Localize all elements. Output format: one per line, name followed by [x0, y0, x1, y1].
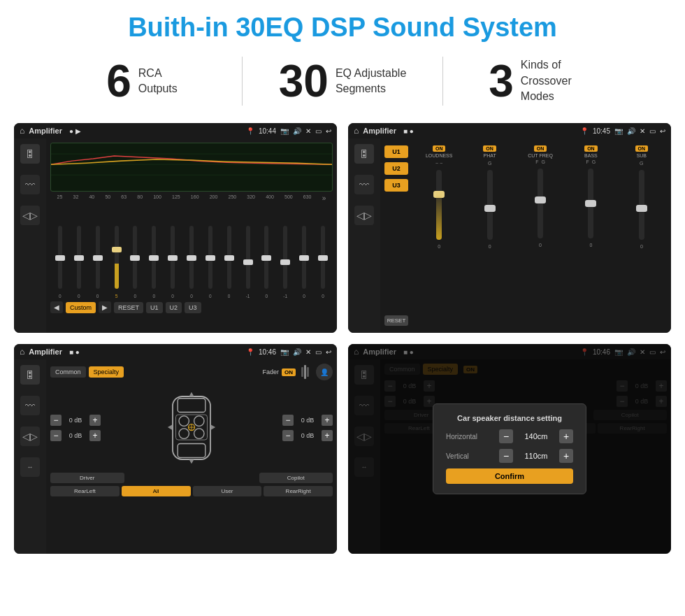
amp-back-icon[interactable]: ↩ [660, 127, 665, 135]
amp-cutfreq-on[interactable]: ON [534, 145, 547, 152]
confirm-button[interactable]: Confirm [446, 468, 573, 484]
speaker-sidebar-4ch-icon[interactable]: ↔ [20, 457, 40, 477]
eq-u3-button[interactable]: U3 [185, 302, 201, 313]
dialog-vertical-minus[interactable]: − [499, 449, 513, 463]
eq-u1-button[interactable]: U1 [146, 302, 163, 313]
speaker-db2-minus[interactable]: − [50, 430, 62, 441]
eq-slider-7[interactable] [164, 226, 181, 289]
dialog-vertical-label: Vertical [446, 452, 495, 460]
amp-bass-slider[interactable] [588, 169, 593, 238]
speaker-user-btn[interactable]: User [193, 486, 262, 496]
eq-screen-title: Amplifier [29, 127, 62, 135]
eq-slider-9[interactable] [202, 226, 219, 289]
speaker-home-icon[interactable]: ⌂ [20, 347, 24, 357]
amp-screen: ⌂ Amplifier ■ ● 📍 10:45 📷 🔊 ✕ ▭ ↩ 🎛 〰 ◁▷… [348, 123, 671, 333]
speaker-db3-plus[interactable]: + [322, 415, 333, 426]
amp-home-icon[interactable]: ⌂ [354, 126, 359, 136]
speaker-db1-plus[interactable]: + [89, 415, 101, 426]
eq-main-area: 2532405063 80100125160200 25032040050063… [46, 138, 337, 333]
amp-cutfreq-slider[interactable] [538, 169, 543, 238]
amp-loudness-slider[interactable] [436, 170, 442, 240]
amp-left-sidebar: 🎛 〰 ◁▷ [348, 138, 380, 333]
amp-loudness-channel: ON LOUDNESS ~ ~ 0 [415, 145, 463, 326]
eq-custom-button[interactable]: Custom [66, 302, 96, 313]
stat-eq-number: 30 [279, 59, 329, 103]
eq-slider-8[interactable] [183, 226, 200, 289]
amp-u2-button[interactable]: U2 [384, 162, 408, 175]
eq-slider-1[interactable] [52, 226, 68, 289]
expand-icon[interactable]: » [322, 194, 326, 202]
amp-sidebar-vol-icon[interactable]: ◁▷ [354, 206, 374, 225]
eq-prev-button[interactable]: ◀ [50, 301, 63, 313]
eq-slider-3[interactable] [89, 226, 106, 289]
speaker-rearright-btn[interactable]: RearRight [264, 486, 333, 496]
amp-loudness-on[interactable]: ON [433, 145, 446, 152]
amp-sub-slider[interactable] [639, 170, 644, 240]
amp-x-icon: ✕ [640, 127, 645, 135]
svg-point-10 [194, 429, 204, 438]
car-diagram-container [105, 386, 278, 470]
eq-x-icon: ✕ [305, 127, 311, 135]
speaker-sidebar-eq-icon[interactable]: 🎛 [20, 365, 40, 385]
eq-slider-13[interactable] [277, 226, 294, 289]
eq-slider-5[interactable] [127, 226, 143, 289]
speaker-db1-minus[interactable]: − [50, 415, 62, 426]
speaker-center-spacer [127, 473, 257, 483]
amp-camera-icon: 📷 [614, 127, 623, 135]
amp-sidebar-wave-icon[interactable]: 〰 [354, 175, 374, 194]
home-icon[interactable]: ⌂ [20, 126, 24, 136]
speaker-common-tab[interactable]: Common [50, 366, 86, 378]
dialog-horizontal-minus[interactable]: − [499, 429, 513, 443]
amp-sidebar-eq-icon[interactable]: 🎛 [354, 144, 374, 164]
eq-u2-button[interactable]: U2 [166, 302, 182, 313]
amp-u1-button[interactable]: U1 [384, 145, 408, 158]
dialog-vertical-plus[interactable]: + [559, 449, 573, 463]
eq-slider-15[interactable] [315, 226, 331, 289]
eq-back-icon[interactable]: ↩ [326, 127, 331, 135]
amp-u3-button[interactable]: U3 [384, 179, 408, 192]
eq-slider-2[interactable] [71, 226, 87, 289]
eq-slider-11[interactable] [240, 226, 257, 289]
speaker-all-btn[interactable]: All [122, 486, 191, 496]
amp-screen-title: Amplifier [363, 127, 396, 135]
speaker-driver-btn[interactable]: Driver [50, 473, 124, 483]
eq-slider-4[interactable] [108, 226, 125, 289]
amp-sub-on[interactable]: ON [635, 145, 649, 152]
eq-sidebar-vol-icon[interactable]: ◁▷ [20, 206, 40, 225]
speaker-top-bar: Common Specialty Fader ON 👤 [50, 364, 333, 380]
amp-reset-button[interactable]: RESET [384, 315, 408, 326]
eq-play-button[interactable]: ▶ [99, 301, 111, 313]
amp-phat-slider[interactable] [487, 170, 493, 240]
speaker-db3-minus[interactable]: − [282, 415, 294, 426]
eq-slider-10[interactable] [221, 226, 238, 289]
eq-slider-14[interactable] [296, 226, 312, 289]
dialog-horizontal-plus[interactable]: + [559, 429, 573, 443]
screens-grid: ⌂ Amplifier ● ▶ 📍 10:44 📷 🔊 ✕ ▭ ↩ 🎛 〰 ◁▷ [0, 116, 685, 561]
speaker-sidebar-wave-icon[interactable]: 〰 [20, 396, 40, 415]
speaker-back-icon[interactable]: ↩ [326, 348, 331, 356]
speaker-db2-plus[interactable]: + [89, 430, 101, 441]
eq-bottom-bar: ◀ Custom ▶ RESET U1 U2 U3 [50, 301, 333, 313]
eq-sidebar-wave-icon[interactable]: 〰 [20, 175, 40, 194]
stat-eq-label: EQ AdjustableSegments [336, 66, 406, 97]
speaker-db4-minus[interactable]: − [282, 430, 294, 441]
amp-bass-on[interactable]: ON [584, 145, 598, 152]
speaker-db4-plus[interactable]: + [322, 430, 333, 441]
eq-slider-12[interactable] [258, 226, 275, 289]
eq-reset-button[interactable]: RESET [114, 302, 143, 313]
speaker-time: 10:46 [259, 348, 276, 356]
svg-point-7 [179, 416, 189, 426]
speaker-specialty-tab[interactable]: Specialty [89, 366, 124, 378]
stat-rca-number: 6 [106, 59, 131, 103]
dialog-title: Car speaker distance setting [446, 414, 573, 422]
eq-slider-6[interactable] [145, 226, 162, 289]
speaker-on-badge[interactable]: ON [282, 368, 296, 376]
speaker-sidebar-vol-icon[interactable]: ◁▷ [20, 427, 40, 446]
amp-time: 10:45 [593, 127, 610, 135]
speaker-profile-icon[interactable]: 👤 [316, 364, 333, 380]
eq-sidebar-eq-icon[interactable]: 🎛 [20, 144, 40, 164]
speaker-rearleft-btn[interactable]: RearLeft [50, 486, 120, 496]
speaker-copilot-btn[interactable]: Copilot [259, 473, 333, 483]
amp-channels: ON LOUDNESS ~ ~ 0 ON [412, 143, 668, 329]
amp-phat-on[interactable]: ON [483, 145, 496, 152]
